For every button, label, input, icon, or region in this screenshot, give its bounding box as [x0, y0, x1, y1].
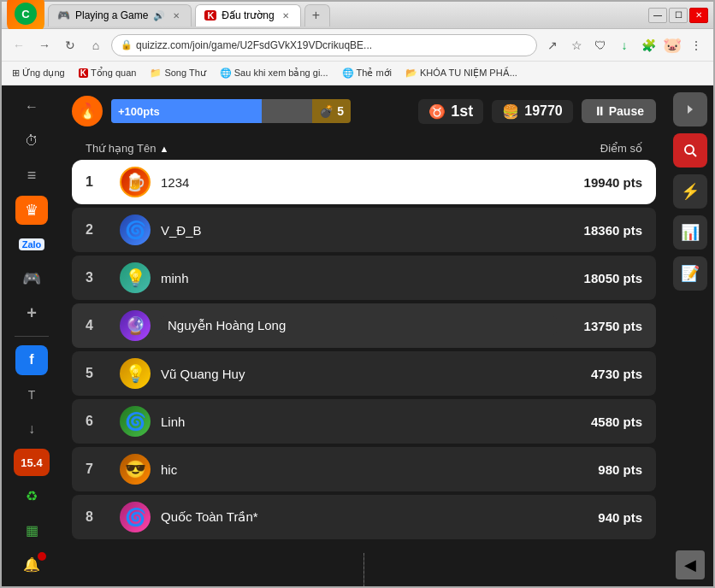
player-name-8: Quốc Toàn Trần* — [161, 509, 557, 525]
new-tab-btn[interactable]: + — [304, 4, 330, 26]
bomb-area: 💣 5 — [312, 99, 351, 123]
progress-bar: +100pts — [111, 99, 312, 123]
extensions-icon[interactable]: 🧩 — [638, 35, 659, 56]
bookmark-tong-quan[interactable]: K Tổng quan — [75, 66, 140, 80]
back-btn[interactable]: ← — [9, 35, 29, 56]
rank-num-7: 7 — [86, 462, 120, 477]
star-icon[interactable]: ☆ — [566, 35, 587, 56]
folder-icon2: 📂 — [405, 68, 417, 79]
table-row: 7 😎 hic 980 pts — [72, 447, 656, 491]
sidebar-facebook[interactable]: f — [15, 345, 48, 374]
folder-icon: 📁 — [150, 68, 162, 79]
sidebar-zalo[interactable]: Zalo — [15, 230, 48, 259]
home-btn[interactable]: ⌂ — [86, 35, 106, 56]
progress-area: +100pts 💣 5 — [111, 99, 351, 123]
bookmark-song-thu[interactable]: 📁 Song Thư — [146, 66, 209, 80]
score-icon: 🍔 — [502, 103, 519, 120]
progress-pts: +100pts — [118, 105, 160, 118]
sidebar-back[interactable]: ← — [15, 92, 48, 121]
col-score-header: Điểm số — [540, 142, 642, 155]
arrow-right-btn[interactable] — [673, 92, 707, 126]
sidebar-crown[interactable]: ♛ — [15, 196, 48, 225]
rank-num-3: 3 — [86, 270, 120, 285]
table-row: 2 🌀 V_Đ_B 18360 pts — [72, 208, 656, 252]
refresh-btn[interactable]: ↻ — [60, 35, 80, 56]
table-row: 5 💡 Vũ Quang Huy 4730 pts — [72, 351, 656, 396]
player-score-8: 940 pts — [557, 510, 642, 525]
avatar-4: 🔮 — [120, 310, 151, 341]
leaderboard-list: 1 🍺 1234 19940 pts 2 🌀 V_Đ_B 18360 pts — [72, 160, 656, 586]
pause-button[interactable]: ⏸ Pause — [582, 99, 656, 123]
sidebar-list[interactable]: ≡ — [15, 161, 48, 190]
nav-arrow-btn[interactable]: ◀ — [676, 550, 705, 579]
bookmark-the-moi[interactable]: 🌐 Thẻ mới — [339, 66, 396, 80]
forward-btn[interactable]: → — [34, 35, 55, 56]
sidebar-shop[interactable]: 15.4 — [14, 449, 50, 476]
rank-num-8: 8 — [86, 509, 120, 525]
share-icon[interactable]: ↗ — [542, 35, 563, 56]
tab-playing-close[interactable]: ✕ — [170, 9, 182, 21]
lightning-btn[interactable]: ⚡ — [673, 174, 707, 209]
bookmark-apps[interactable]: ⊞ Ứng dụng — [9, 66, 68, 80]
tab-dau-truong-close[interactable]: ✕ — [280, 9, 292, 21]
bomb-count: 5 — [337, 104, 344, 118]
address-text: quizizz.com/join/game/U2FsdGVkX19VDcriku… — [136, 39, 528, 51]
table-row: 8 🌀 Quốc Toàn Trần* 940 pts — [72, 495, 656, 539]
maximize-btn[interactable]: ☐ — [669, 8, 688, 23]
close-btn[interactable]: ✕ — [689, 8, 708, 23]
avatar-icon[interactable]: 🐷 — [662, 35, 682, 56]
tab-group: 🎮 Playing a Game 🔊 ✕ K Đấu trường ✕ + — [48, 4, 645, 26]
player-name-1: 1234 — [161, 175, 557, 190]
sidebar-history[interactable]: ⏱ — [15, 126, 48, 156]
sau-khi-label: Sau khi xem bảng gi... — [234, 68, 328, 79]
tab-k-icon: K — [204, 10, 216, 21]
sidebar-arrow-down[interactable]: ↓ — [15, 415, 48, 444]
sidebar-translate[interactable]: T — [15, 380, 48, 409]
shield-icon[interactable]: 🛡 — [590, 35, 611, 56]
player-score-7: 980 pts — [557, 462, 642, 477]
chart-btn[interactable]: 📊 — [673, 215, 707, 250]
tab-sound-icon: 🔊 — [153, 10, 165, 21]
svg-line-4 — [693, 153, 696, 156]
globe-icon1: 🌐 — [220, 68, 232, 79]
score-area: 🍔 19770 — [492, 100, 573, 123]
pause-label: Pause — [609, 104, 644, 118]
player-score-6: 4580 pts — [557, 415, 642, 429]
nav-icons: ↗ ☆ 🛡 ↓ 🧩 🐷 ⋮ — [542, 35, 706, 56]
bookmark-sau-khi[interactable]: 🌐 Sau khi xem bảng gi... — [216, 66, 332, 80]
new-tab-icon: + — [312, 8, 320, 23]
main-content: 🔥 +100pts 💣 5 ♉ 1st — [62, 85, 666, 586]
magnify-btn[interactable] — [673, 133, 707, 168]
sidebar-add[interactable]: + — [15, 298, 48, 327]
more-icon[interactable]: ⋮ — [686, 35, 706, 56]
bookmark-khoa-tu[interactable]: 📂 KHÓA TU NIỆM PHẦ... — [402, 66, 521, 80]
sidebar-game[interactable]: 🎮 — [15, 264, 48, 293]
song-thu-label: Song Thư — [164, 68, 205, 79]
table-row: 1 🍺 1234 19940 pts — [72, 160, 656, 204]
tong-quan-label: Tổng quan — [91, 68, 136, 79]
rank-num-4: 4 — [86, 318, 120, 333]
tab-dau-truong[interactable]: K Đấu trường ✕ — [195, 4, 300, 26]
player-score-2: 18360 pts — [557, 223, 642, 238]
tab-game-icon: 🎮 — [57, 9, 70, 21]
table-row: 4 🔮 Nguyễn Hoàng Long 13750 pts — [72, 303, 656, 348]
minimize-btn[interactable]: — — [648, 8, 667, 23]
score-text: 19770 — [524, 103, 563, 119]
tab-playing-game[interactable]: 🎮 Playing a Game 🔊 ✕ — [48, 4, 192, 26]
avatar-2: 🌀 — [120, 215, 151, 245]
sidebar-recycle[interactable]: ♻ — [15, 481, 48, 510]
rank-col-label: Thứ hạng — [86, 142, 133, 155]
the-moi-label: Thẻ mới — [357, 68, 393, 79]
sort-icon[interactable]: ▲ — [159, 144, 168, 154]
note-btn[interactable]: 📝 — [673, 256, 707, 291]
download-icon[interactable]: ↓ — [614, 35, 635, 56]
tab-dau-truong-label: Đấu trường — [222, 9, 274, 21]
player-score-1: 19940 pts — [557, 175, 642, 190]
table-row: 6 🌀 Linh 4580 pts — [72, 399, 656, 444]
sidebar-table[interactable]: ▦ — [15, 516, 48, 545]
svg-text:C: C — [21, 8, 30, 21]
k-bookmark-icon: K — [79, 68, 88, 78]
address-bar[interactable]: 🔒 quizizz.com/join/game/U2FsdGVkX19VDcri… — [111, 34, 537, 56]
sidebar-bell[interactable]: 🔔 — [15, 550, 48, 579]
title-bar: C 🎮 Playing a Game 🔊 ✕ K Đấu trường ✕ + … — [2, 2, 713, 29]
